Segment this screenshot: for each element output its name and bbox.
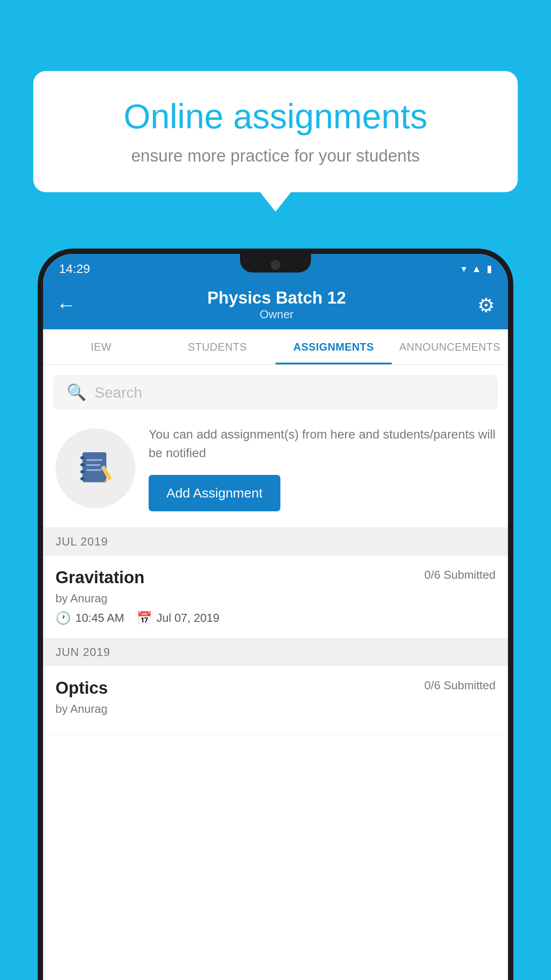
status-time: 14:29 <box>59 262 90 276</box>
assignment-submitted: 0/6 Submitted <box>425 568 496 582</box>
assignment-meta: 🕐 10:45 AM 📅 Jul 07, 2019 <box>55 611 496 625</box>
add-assignment-button[interactable]: Add Assignment <box>149 475 280 511</box>
tab-announcements[interactable]: ANNOUNCEMENTS <box>392 329 508 364</box>
phone-notch <box>240 254 311 273</box>
assignment-author: by Anurag <box>55 592 496 605</box>
header-center: Physics Batch 12 Owner <box>207 288 346 321</box>
back-button[interactable]: ← <box>56 294 76 316</box>
wifi-icon: ▾ <box>461 263 466 275</box>
assignment-date: 📅 Jul 07, 2019 <box>137 611 220 625</box>
optics-name: Optics <box>55 679 108 698</box>
section-header-jun: JUN 2019 <box>43 638 508 666</box>
assignment-item-gravitation[interactable]: Gravitation 0/6 Submitted by Anurag 🕐 10… <box>43 556 508 638</box>
assignment-item-optics[interactable]: Optics 0/6 Submitted by Anurag <box>43 666 508 734</box>
phone-inner: 14:29 ▾ ▲ ▮ ← Physics Batch 12 Owner ⚙ I… <box>43 254 508 980</box>
optics-author: by Anurag <box>55 702 496 716</box>
svg-rect-5 <box>87 459 102 461</box>
tab-students[interactable]: STUDENTS <box>159 329 276 364</box>
bubble-title: Online assignments <box>64 98 487 136</box>
search-icon: 🔍 <box>67 383 87 402</box>
svg-rect-1 <box>80 456 84 459</box>
svg-rect-3 <box>80 470 84 474</box>
calendar-icon: 📅 <box>137 611 152 625</box>
add-assignment-description: You can add assignment(s) from here and … <box>149 425 496 462</box>
camera-icon <box>271 260 280 270</box>
section-header-jul: JUL 2019 <box>43 528 508 556</box>
search-placeholder: Search <box>94 384 142 401</box>
battery-icon: ▮ <box>487 263 492 275</box>
svg-rect-7 <box>87 469 102 470</box>
assignment-row-top-optics: Optics 0/6 Submitted <box>55 679 496 698</box>
notebook-icon-circle <box>55 428 135 508</box>
assignment-time: 🕐 10:45 AM <box>55 611 124 625</box>
speech-bubble: Online assignments ensure more practice … <box>33 71 518 192</box>
status-icons: ▾ ▲ ▮ <box>461 263 492 275</box>
tab-bar: IEW STUDENTS ASSIGNMENTS ANNOUNCEMENTS <box>43 329 508 365</box>
search-bar[interactable]: 🔍 Search <box>54 375 497 409</box>
optics-submitted: 0/6 Submitted <box>425 679 496 692</box>
settings-icon[interactable]: ⚙ <box>477 294 495 316</box>
clock-icon: 🕐 <box>55 611 71 625</box>
signal-icon: ▲ <box>472 263 481 275</box>
svg-rect-4 <box>80 477 84 480</box>
header-title: Physics Batch 12 <box>207 288 346 308</box>
content-area: 🔍 Search <box>43 365 508 980</box>
speech-bubble-container: Online assignments ensure more practice … <box>33 71 518 192</box>
svg-rect-2 <box>80 463 84 466</box>
assignment-name: Gravitation <box>55 568 145 587</box>
add-assignment-right: You can add assignment(s) from here and … <box>149 425 496 511</box>
tab-assignments[interactable]: ASSIGNMENTS <box>276 329 392 364</box>
bubble-subtitle: ensure more practice for your students <box>64 146 487 166</box>
svg-rect-6 <box>87 464 101 466</box>
tab-iew[interactable]: IEW <box>43 329 159 364</box>
phone-mockup: 14:29 ▾ ▲ ▮ ← Physics Batch 12 Owner ⚙ I… <box>38 249 513 980</box>
header-subtitle: Owner <box>207 308 346 321</box>
assignment-row-top: Gravitation 0/6 Submitted <box>55 568 496 587</box>
add-assignment-section: You can add assignment(s) from here and … <box>43 409 508 528</box>
app-header: ← Physics Batch 12 Owner ⚙ <box>43 281 508 329</box>
notebook-icon <box>75 448 115 488</box>
